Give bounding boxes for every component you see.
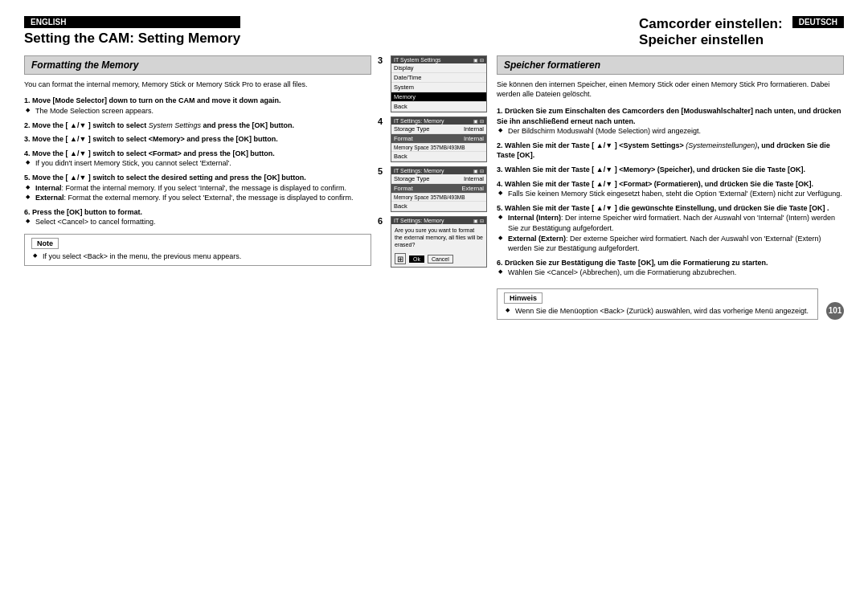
step-5-bullet-internal: Internal: Format the internal memory. If… xyxy=(24,183,371,194)
de-step-4-bullet: Falls Sie keinen Memory Stick eingesetzt… xyxy=(497,189,844,199)
step-4: 4. Move the [ ▲/▼ ] switch to select <Fo… xyxy=(24,149,371,169)
screen-3-row-back: Back xyxy=(391,102,486,112)
screen-6-dialog: Are you sure you want to format the exte… xyxy=(391,224,486,251)
screens-column: 3 IT System Settings ▣ ⊟ Display Date/Ti… xyxy=(378,55,490,597)
screen-4-row-storagetype: Storage TypeInternal xyxy=(391,125,486,134)
hinweis-label: Hinweis xyxy=(504,292,542,304)
step-1-bullet: The Mode Selection screen appears. xyxy=(24,106,371,116)
left-header: ENGLISH Setting the CAM: Setting Memory xyxy=(24,16,240,47)
note-bullet: If you select <Back> in the menu, the pr… xyxy=(31,251,364,262)
screen-3-row-memory: Memory xyxy=(391,92,486,102)
page-title-left: Setting the CAM: Setting Memory xyxy=(24,31,240,47)
right-steps: 1. Drücken Sie zum Einschalten des Camco… xyxy=(497,106,844,278)
de-step-5: 5. Wählen Sie mit der Taste [ ▲/▼ ] die … xyxy=(497,203,844,254)
page-title-right-line1: Camcorder einstellen: xyxy=(639,16,783,32)
screen-6-titlebar: IT Settings: Memory ▣ ⊟ xyxy=(391,217,486,224)
left-steps: 1. Move [Mode Selector] down to turn on … xyxy=(24,96,371,227)
screen-6-icon: ⊞ xyxy=(395,253,406,264)
hinweis-bullet: Wenn Sie die Menüoption <Back> (Zurück) … xyxy=(504,306,811,317)
de-step-6: 6. Drücken Sie zur Bestätigung die Taste… xyxy=(497,258,844,278)
step-2: 2. Move the [ ▲/▼ ] switch to select Sys… xyxy=(24,121,371,131)
screen-3-row-display: Display xyxy=(391,63,486,73)
screen-3-block: 3 IT System Settings ▣ ⊟ Display Date/Ti… xyxy=(378,55,490,112)
screen-4-block: 4 IT Settings: Memory ▣ ⊟ Storage TypeIn… xyxy=(378,116,490,162)
step-1: 1. Move [Mode Selector] down to turn on … xyxy=(24,96,371,116)
screen-3-titlebar: IT System Settings ▣ ⊟ xyxy=(391,56,486,63)
screen-5-titlebar: IT Settings: Memory ▣ ⊟ xyxy=(391,167,486,174)
screen-4-row-back: Back xyxy=(391,152,486,161)
right-panel: Speicher formatieren Sie können den inte… xyxy=(490,55,844,597)
step-3: 3. Move the [ ▲/▼ ] switch to select <Me… xyxy=(24,134,371,145)
de-step-5-bullet-external: External (Extern): Der externe Speicher … xyxy=(497,234,844,254)
left-panel: Formatting the Memory You can format the… xyxy=(24,55,378,597)
main-content: Formatting the Memory You can format the… xyxy=(24,55,844,597)
screen-5-block: 5 IT Settings: Memory ▣ ⊟ Storage TypeIn… xyxy=(378,166,490,212)
screen-5: IT Settings: Memory ▣ ⊟ Storage TypeInte… xyxy=(391,166,487,212)
left-intro: You can format the internal memory, Memo… xyxy=(24,80,371,90)
note-box: Note If you select <Back> in the menu, t… xyxy=(24,234,371,266)
screen-4-row-format: FormatInternal xyxy=(391,134,486,144)
right-intro: Sie können den internen Speicher, einen … xyxy=(497,80,844,100)
right-header: Camcorder einstellen: Speicher einstelle… xyxy=(639,16,844,49)
de-step-4: 4. Wählen Sie mit der Taste [ ▲/▼ ] <For… xyxy=(497,179,844,199)
screen-6-ok[interactable]: Ok xyxy=(409,255,424,263)
screen-4-row-memspace: Memory Space 357MB/493MB xyxy=(391,144,486,152)
de-step-3: 3. Wählen Sie mit der Taste [ ▲/▼ ] <Mem… xyxy=(497,165,844,175)
screen-6: IT Settings: Memory ▣ ⊟ Are you sure you… xyxy=(391,216,487,268)
de-step-2: 2. Wählen Sie mit der Taste [ ▲/▼ ] <Sys… xyxy=(497,141,844,161)
de-step-1: 1. Drücken Sie zum Einschalten des Camco… xyxy=(497,106,844,137)
page-header: ENGLISH Setting the CAM: Setting Memory … xyxy=(24,16,844,49)
screen-6-block: 6 IT Settings: Memory ▣ ⊟ Are you sure y… xyxy=(378,216,490,268)
de-step-1-bullet: Der Bildschirm Moduswahl (Mode Selection… xyxy=(497,126,844,137)
step-6-bullet: Select <Cancel> to cancel formatting. xyxy=(24,217,371,227)
page-number: 101 xyxy=(826,302,844,320)
screen-5-row-storagetype: Storage TypeInternal xyxy=(391,174,486,184)
screen-5-row-back: Back xyxy=(391,202,486,211)
deutsch-badge: DEUTSCH xyxy=(792,16,844,28)
hinweis-box: Hinweis Wenn Sie die Menüoption <Back> (… xyxy=(497,288,818,321)
screen-3-row-system: System xyxy=(391,83,486,92)
page-container: ENGLISH Setting the CAM: Setting Memory … xyxy=(0,0,868,613)
right-section-header: Speicher formatieren xyxy=(497,55,844,75)
screen-5-row-format: FormatExternal xyxy=(391,184,486,194)
de-step-6-bullet: Wählen Sie <Cancel> (Abbrechen), um die … xyxy=(497,268,844,278)
screen-6-cancel[interactable]: Cancel xyxy=(428,255,453,264)
english-badge: ENGLISH xyxy=(24,16,240,28)
de-step-5-bullet-internal: Internal (Intern): Der interne Speicher … xyxy=(497,213,844,233)
step-6: 6. Press the [OK] button to format. Sele… xyxy=(24,207,371,227)
screen-6-buttons: ⊞ Ok Cancel xyxy=(391,251,486,267)
page-title-right-line2: Speicher einstellen xyxy=(639,32,783,48)
screen-5-row-memspace: Memory Space 357MB/493MB xyxy=(391,194,486,202)
note-label: Note xyxy=(31,238,59,249)
step-4-bullet: If you didn't insert Memory Stick, you c… xyxy=(24,158,371,169)
step-5: 5. Move the [ ▲/▼ ] switch to select the… xyxy=(24,173,371,203)
step-5-bullet-external: External: Format the external memory. If… xyxy=(24,193,371,203)
left-section-header: Formatting the Memory xyxy=(24,55,371,75)
screen-3: IT System Settings ▣ ⊟ Display Date/Time… xyxy=(391,55,487,112)
screen-4-titlebar: IT Settings: Memory ▣ ⊟ xyxy=(391,117,486,125)
screen-3-row-datetime: Date/Time xyxy=(391,73,486,83)
screen-4: IT Settings: Memory ▣ ⊟ Storage TypeInte… xyxy=(391,116,487,162)
